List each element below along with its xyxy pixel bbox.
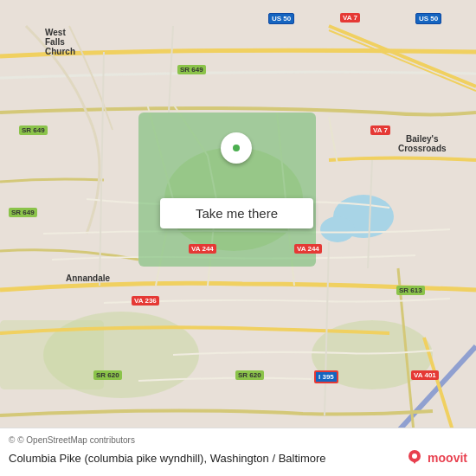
shield-va244-1: VA 244	[189, 244, 216, 254]
moovit-icon	[405, 448, 424, 467]
shield-i395: I 395	[314, 370, 338, 383]
pin-circle	[221, 132, 252, 164]
label-annandale: Annandale	[66, 273, 110, 283]
location-info: Columbia Pike (columbia pike wyndhill), …	[9, 448, 467, 467]
bottom-bar: © © OpenStreetMap contributors Columbia …	[0, 428, 476, 476]
take-me-there-button[interactable]: Take me there	[160, 198, 313, 228]
shield-sr649-3: SR 649	[9, 208, 37, 217]
shield-sr613: SR 613	[396, 286, 425, 295]
shield-sr620-1: SR 620	[93, 370, 122, 380]
pin-dot	[228, 140, 244, 156]
attribution-text: © OpenStreetMap contributors	[17, 435, 135, 445]
shield-us50-1: US 50	[268, 13, 294, 24]
shield-va244-2: VA 244	[294, 244, 322, 254]
shield-va236: VA 236	[132, 296, 159, 306]
shield-sr649-2: SR 649	[19, 125, 48, 135]
openstreetmap-icon: ©	[9, 435, 15, 445]
label-west-falls-church: WestFallsChurch	[45, 28, 75, 56]
shield-sr649-1: SR 649	[177, 65, 206, 74]
shield-va401: VA 401	[411, 370, 439, 380]
location-name: Columbia Pike (columbia pike wyndhill), …	[9, 452, 405, 465]
svg-point-9	[412, 453, 417, 459]
label-baileys-crossroads: Bailey'sCrossroads	[398, 134, 447, 153]
shield-va7-1: VA 7	[340, 13, 360, 23]
attribution: © © OpenStreetMap contributors	[9, 435, 467, 445]
moovit-text: moovit	[428, 451, 467, 465]
location-pin	[219, 132, 254, 176]
svg-point-6	[320, 216, 355, 242]
shield-us50-2: US 50	[415, 13, 441, 24]
shield-va7-2: VA 7	[370, 125, 390, 135]
map-container: US 50 US 50 VA 7 VA 7 SR 649 SR 649 SR 6…	[0, 0, 476, 476]
shield-sr620-2: SR 620	[235, 370, 264, 380]
moovit-logo: moovit	[405, 448, 467, 467]
